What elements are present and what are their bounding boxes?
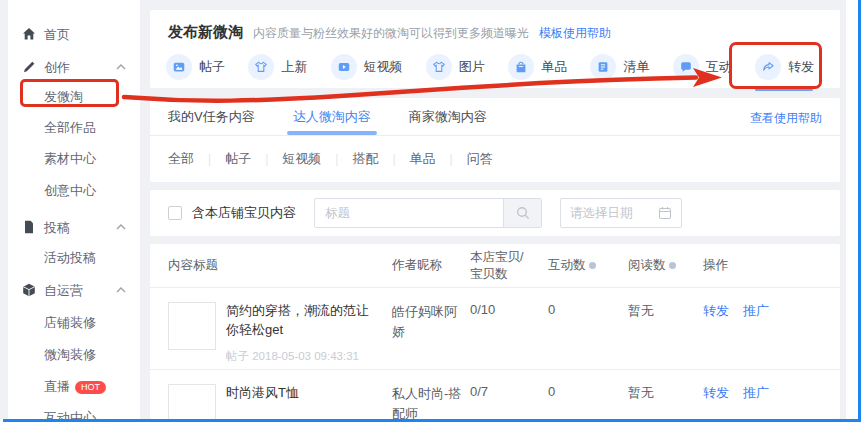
publish-header: 发布新微淘 内容质量与粉丝效果好的微淘可以得到更多频道曝光 模板使用帮助 <box>150 10 840 42</box>
post-title[interactable]: 简约的穿搭，潮流的范让你轻松get <box>226 302 378 340</box>
filter-qa[interactable]: 问答 <box>467 150 493 168</box>
info-icon[interactable] <box>669 262 676 269</box>
checkbox-label: 含本店铺宝贝内容 <box>192 204 296 222</box>
col-reads: 阅读数 <box>628 257 703 274</box>
sidebar-item-label: 互动中心 <box>44 409 96 419</box>
interaction-count-cell: 0 <box>548 384 628 399</box>
sidebar-item-label: 全部作品 <box>44 119 96 137</box>
publish-panel: 发布新微淘 内容质量与粉丝效果好的微淘可以得到更多频道曝光 模板使用帮助 帖子 … <box>150 10 840 88</box>
sidebar-item-weitao-decoration[interactable]: 微淘装修 <box>8 345 140 365</box>
tab-merchant-weitao[interactable]: 商家微淘内容 <box>409 98 487 135</box>
chat-icon <box>673 54 699 80</box>
filter-all[interactable]: 全部 <box>168 150 194 168</box>
title-search-group <box>314 198 542 228</box>
filter-single-item[interactable]: 单品 <box>410 150 436 168</box>
filter-short-video[interactable]: 短视频 <box>282 150 321 168</box>
document-icon <box>21 219 37 235</box>
tab-label: 我的V任务内容 <box>168 108 255 126</box>
post-thumbnail[interactable] <box>168 302 216 350</box>
page-title: 发布新微淘 <box>168 23 243 42</box>
tab-new-arrival[interactable]: 上新 <box>248 52 307 82</box>
promote-action-link[interactable]: 推广 <box>743 302 769 320</box>
read-count-cell: 暂无 <box>628 302 703 320</box>
author-cell: 皓仔妈咪阿娇 <box>392 302 470 341</box>
filter-bar: 全部| 帖子| 短视频| 搭配| 单品| 问答 <box>150 136 840 181</box>
sidebar-item-label: 首页 <box>44 26 70 44</box>
search-button[interactable] <box>503 199 541 227</box>
template-help-link[interactable]: 模板使用帮助 <box>539 25 611 42</box>
sidebar-item-home[interactable]: 首页 <box>8 25 140 45</box>
content-tabs-panel: 我的V任务内容 达人微淘内容 商家微淘内容 查看使用帮助 全部| 帖子| 短视频… <box>150 98 840 182</box>
chevron-up-icon <box>116 64 126 70</box>
divider: | <box>335 152 338 166</box>
post-title[interactable]: 时尚港风T恤 <box>226 384 359 403</box>
pencil-icon <box>21 59 37 75</box>
sidebar-item-shop-decoration[interactable]: 店铺装修 <box>8 313 140 333</box>
divider: | <box>265 152 268 166</box>
read-count-cell: 暂无 <box>628 384 703 402</box>
tab-daren-weitao[interactable]: 达人微淘内容 <box>293 98 371 135</box>
screenshot-stage: 首页 创作 发微淘 全部作品 素材中心 创意中心 <box>0 0 864 424</box>
col-interactions: 互动数 <box>548 257 628 274</box>
sidebar-item-all-works[interactable]: 全部作品 <box>8 118 140 138</box>
tab-post[interactable]: 帖子 <box>166 52 225 82</box>
include-shop-items-checkbox[interactable] <box>168 206 182 220</box>
page-subtitle: 内容质量与粉丝效果好的微淘可以得到更多频道曝光 <box>253 25 529 42</box>
sidebar-item-creative-center[interactable]: 创意中心 <box>8 181 140 201</box>
calendar-icon <box>658 206 672 220</box>
tab-label: 互动 <box>706 58 732 76</box>
chevron-up-icon <box>116 224 126 230</box>
publish-tabs: 帖子 上新 短视频 图 <box>150 42 840 82</box>
col-author: 作者昵称 <box>392 257 470 274</box>
tab-list[interactable]: 清单 <box>590 52 649 82</box>
sidebar-item-activity-submission[interactable]: 活动投稿 <box>8 248 140 268</box>
video-icon <box>331 54 357 80</box>
item-count-cell: 0/7 <box>470 384 548 399</box>
tab-label: 商家微淘内容 <box>409 108 487 126</box>
sidebar-item-label: 直播HOT <box>44 378 106 396</box>
filter-post[interactable]: 帖子 <box>225 150 251 168</box>
forward-action-link[interactable]: 转发 <box>703 384 729 402</box>
interaction-count-cell: 0 <box>548 302 628 317</box>
tab-my-v-tasks[interactable]: 我的V任务内容 <box>168 98 255 135</box>
usage-help-link[interactable]: 查看使用帮助 <box>750 110 822 127</box>
tab-interact[interactable]: 互动 <box>673 52 732 82</box>
filter-outfit[interactable]: 搭配 <box>352 150 378 168</box>
sidebar-item-label: 创作 <box>44 59 70 77</box>
tab-single-item[interactable]: 单品 <box>508 52 567 82</box>
col-item-count: 本店宝贝/宝贝数 <box>470 249 540 283</box>
post-thumbnail[interactable] <box>168 384 216 419</box>
tab-forward[interactable]: 转发 <box>755 52 814 82</box>
sidebar-item-label: 店铺装修 <box>44 314 96 332</box>
sidebar-item-interaction-center[interactable]: 互动中心 <box>8 408 140 419</box>
sidebar-item-live[interactable]: 直播HOT <box>8 377 140 397</box>
tab-label: 短视频 <box>364 58 403 76</box>
col-actions: 操作 <box>703 257 840 274</box>
home-icon <box>21 26 37 42</box>
col-title: 内容标题 <box>168 257 392 274</box>
sidebar-item-create[interactable]: 创作 <box>8 58 140 78</box>
title-search-input[interactable] <box>315 199 503 227</box>
table-row: 简约的穿搭，潮流的范让你轻松get 帖子 2018-05-03 09:43:31… <box>150 287 840 369</box>
tab-short-video[interactable]: 短视频 <box>331 52 403 82</box>
promote-action-link[interactable]: 推广 <box>743 384 769 402</box>
forward-action-link[interactable]: 转发 <box>703 302 729 320</box>
tab-label: 清单 <box>623 58 649 76</box>
screenshot-border-bottom <box>3 419 861 422</box>
hot-badge: HOT <box>75 381 106 394</box>
chevron-up-icon <box>116 287 126 293</box>
screenshot-border-right <box>858 0 861 422</box>
item-count-cell: 0/10 <box>470 302 548 317</box>
sidebar-item-submission[interactable]: 投稿 <box>8 218 140 238</box>
sidebar: 首页 创作 发微淘 全部作品 素材中心 创意中心 <box>8 0 140 419</box>
tab-picture[interactable]: 图片 <box>426 52 485 82</box>
info-icon[interactable] <box>589 262 596 269</box>
sidebar-item-fa-weitao[interactable]: 发微淘 <box>8 87 140 107</box>
sidebar-item-self-operation[interactable]: 自运营 <box>8 281 140 301</box>
title-cell: 简约的穿搭，潮流的范让你轻松get 帖子 2018-05-03 09:43:31 <box>168 302 392 364</box>
search-icon <box>515 205 531 221</box>
date-picker[interactable]: 请选择日期 <box>560 198 682 228</box>
sidebar-item-material-center[interactable]: 素材中心 <box>8 149 140 169</box>
sidebar-item-label: 发微淘 <box>44 88 83 106</box>
cube-icon <box>21 282 37 298</box>
